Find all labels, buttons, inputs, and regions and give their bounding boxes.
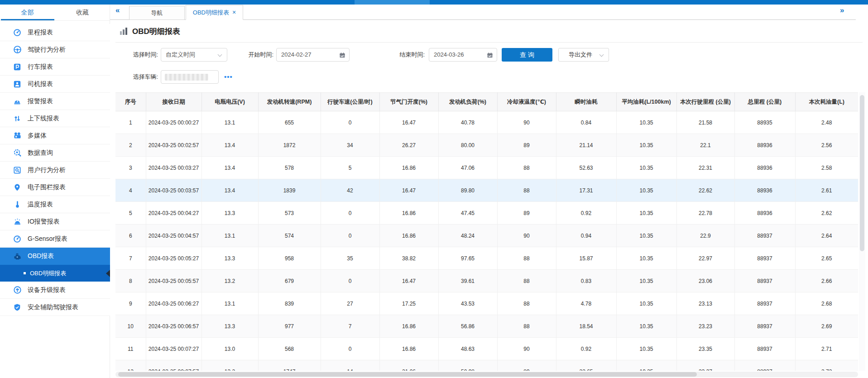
panel-edge-arrow-icon[interactable] [106,270,110,277]
table-cell: 40.78 [438,111,497,134]
column-header: 行驶车速(公里/时) [321,93,379,111]
table-row[interactable]: 82024-03-25 00:05:5713.2679016.4739.6188… [115,270,858,292]
sidebar-item-label: 驾驶行为分析 [28,46,66,54]
more-vehicles-button[interactable]: ••• [224,70,233,84]
horizontal-scrollbar-thumb[interactable] [118,372,697,377]
chevron-down-icon [218,53,222,57]
table-cell: 13.4 [201,134,258,157]
table-cell: 16.86 [379,202,438,225]
table-row[interactable]: 52024-03-25 00:04:2713.3573016.8647.4589… [115,202,858,225]
table-cell: 88 [497,270,556,292]
vertical-scrollbar-thumb[interactable] [860,95,864,251]
column-header: 瞬时油耗 [556,93,616,111]
start-date-input[interactable]: 2024-02-27 [276,48,350,62]
table-cell: 88936 [734,134,795,157]
time-range-select[interactable]: 自定义时间 [161,48,227,62]
sidebar-item-label: 报警报表 [28,97,53,105]
table-cell: 52.63 [556,157,616,179]
sidebar-item-gsensor-gauge[interactable]: G-Sensor报表 [0,230,110,248]
table-cell: 97.65 [438,247,497,270]
table-row[interactable]: 112024-03-25 00:07:2713.0568016.8648.639… [115,338,858,360]
table-cell: 18.54 [556,315,616,338]
sidebar-tab-favorites[interactable]: 收藏 [55,5,110,21]
table-cell: 88936 [734,179,795,202]
table-row[interactable]: 72024-03-25 00:05:2713.39583538.8297.658… [115,247,858,270]
sidebar-item-video-camera[interactable]: 多媒体 [0,127,110,144]
table-cell: 88936 [734,202,795,225]
sidebar-item-data-search[interactable]: 数据查询 [0,144,110,162]
table-cell: 679 [258,270,321,292]
table-row[interactable]: 102024-03-25 00:06:5713.3977716.8656.868… [115,315,858,338]
export-file-button[interactable]: 导出文件 [558,48,609,62]
sidebar-item-steering-wheel[interactable]: 驾驶行为分析 [0,41,110,58]
table-cell: 568 [258,338,321,360]
table-cell: 1 [115,111,146,134]
close-tab-icon[interactable]: × [232,9,236,16]
vehicle-input[interactable] [161,70,219,84]
sidebar-item-user-analysis[interactable]: 用户行为分析 [0,162,110,179]
table-cell: 2.56 [795,134,858,157]
table-cell: 2.66 [795,270,858,292]
table-cell: 7 [115,247,146,270]
sidebar-item-map-pin[interactable]: 电子围栏报表 [0,179,110,196]
table-cell: 13.0 [201,338,258,360]
sidebar-item-thermometer[interactable]: 温度报表 [0,196,110,213]
sidebar-item-alarm-light[interactable]: 报警报表 [0,93,110,110]
parking-icon [13,62,22,72]
table-cell: 0 [321,111,379,134]
obd-table-wrap: 序号接收日期电瓶电压(V)发动机转速(RPM)行驶车速(公里/时)节气门开度(%… [115,92,858,371]
query-button[interactable]: 查 询 [502,48,552,62]
table-cell: 16.86 [379,157,438,179]
sidebar-item-siren[interactable]: IO报警报表 [0,213,110,230]
sidebar-item-up-down-arrows[interactable]: 上下线报表 [0,110,110,127]
document-tab-navigation[interactable]: 导航 [129,6,185,20]
table-cell: 13.3 [201,315,258,338]
table-cell: 0.92 [556,338,616,360]
sidebar-menu: 里程报表驾驶行为分析行车报表司机报表报警报表上下线报表多媒体数据查询用户行为分析… [0,24,110,316]
table-row[interactable]: 62024-03-25 00:04:5713.1574016.8648.2490… [115,225,858,247]
table-cell: 47.45 [438,202,497,225]
table-cell: 2024-03-25 00:03:27 [146,157,201,179]
table-row[interactable]: 32024-03-25 00:03:2713.4578516.8647.0688… [115,157,858,179]
table-cell: 2024-03-25 00:06:27 [146,292,201,315]
table-cell: 13.1 [201,225,258,247]
sidebar-item-driver[interactable]: 司机报表 [0,76,110,93]
table-cell: 10.35 [616,292,676,315]
table-cell: 0 [321,270,379,292]
sidebar-item-label: 用户行为分析 [28,166,66,174]
submenu-bullet-icon [24,272,26,274]
table-row[interactable]: 92024-03-25 00:06:2713.18392717.2543.538… [115,292,858,315]
table-cell: 16.47 [379,111,438,134]
table-cell: 14 [321,360,379,371]
table-row[interactable]: 122024-03-25 00:07:5713.217471421.0650.9… [115,360,858,371]
table-row[interactable]: 12024-03-25 00:00:2713.1655016.4740.7890… [115,111,858,134]
sidebar-item-device-upgrade[interactable]: 设备升级报表 [0,282,110,299]
sidebar-tab-all[interactable]: 全部 [0,5,55,21]
column-header: 本次耗油量(L) [795,93,858,111]
table-cell: 22.62 [676,179,734,202]
calendar-icon [339,52,346,59]
document-tab-obd-detail[interactable]: OBD明细报表× [186,5,243,20]
horizontal-scrollbar [115,372,858,377]
expand-tabs-icon[interactable]: » [840,6,844,15]
table-row[interactable]: 22024-03-25 00:02:5713.418723426.2780.00… [115,134,858,157]
table-row[interactable]: 42024-03-25 00:03:5713.418394216.4789.80… [115,179,858,202]
sidebar-item-mileage-gauge[interactable]: 里程报表 [0,24,110,41]
table-cell: 2.62 [795,202,858,225]
table-cell: 88 [497,247,556,270]
table-cell: 13.3 [201,247,258,270]
sidebar-item-engine[interactable]: OBD报表 [0,248,110,265]
sidebar-item-shield-check[interactable]: 安全辅助驾驶报表 [0,299,110,316]
end-date-input[interactable]: 2024-03-26 [429,48,497,62]
table-cell: 10.35 [616,315,676,338]
table-cell: 2 [115,134,146,157]
sidebar-item-parking[interactable]: 行车报表 [0,58,110,76]
table-cell: 2024-03-25 00:00:27 [146,111,201,134]
table-cell: 88935 [734,111,795,134]
table-cell: 23.35 [676,338,734,360]
user-analysis-icon [13,166,22,175]
sidebar-subitem-obd-detail[interactable]: OBD明细报表 [0,265,110,282]
collapse-tabs-icon[interactable]: « [115,6,120,15]
table-cell: 16.47 [379,179,438,202]
table-cell: 11 [115,338,146,360]
